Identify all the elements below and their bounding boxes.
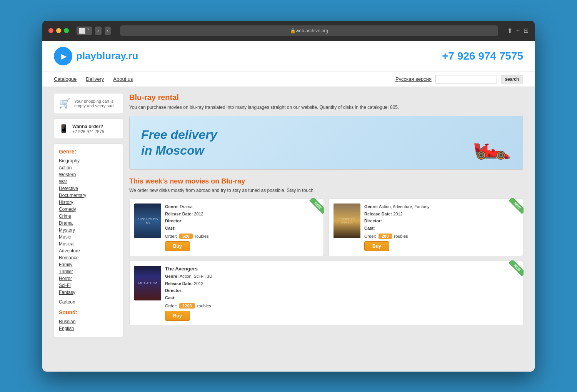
buy-button-2[interactable]: Buy [364, 241, 389, 251]
movie-genre-3: Genre: Action, Sci-Fi, 3D [165, 273, 518, 280]
order-label-1: Order: [165, 234, 177, 239]
nav-russian[interactable]: Русская версия [395, 76, 432, 82]
list-item: Family [59, 262, 118, 267]
banner-line2: in Moscow [141, 143, 217, 159]
list-item: Adventure [59, 248, 118, 254]
movie-cast-3: Cast: [165, 295, 518, 301]
genre-link-music[interactable]: Music [59, 234, 71, 240]
list-item: Mystery [59, 227, 118, 233]
maximize-dot[interactable] [64, 28, 69, 33]
genre-link-history[interactable]: History [59, 200, 73, 205]
phone-number: +7 926 974 7575 [442, 50, 523, 62]
minimize-dot[interactable] [56, 28, 61, 33]
browser-dots [48, 28, 69, 33]
logo-tld: .ru [125, 50, 138, 62]
genre-link-crime[interactable]: Crime [59, 214, 71, 219]
close-dot[interactable] [48, 28, 53, 33]
movie-info-1: Genre: Drama Release Date: 2012 Director… [165, 204, 319, 251]
banner-line1: Free delivery [141, 127, 217, 143]
car-illustration: 🏎️ [473, 125, 511, 161]
genre-link-western[interactable]: Western [59, 172, 76, 177]
genre-link-drama[interactable]: Drama [59, 220, 73, 226]
browser-right-controls: ⬆ + ⊞ [507, 27, 529, 34]
nav-about[interactable]: About us [113, 76, 133, 82]
site-nav: Catalogue Delivery About us Русская верс… [42, 72, 535, 87]
genre-link-biography[interactable]: Biography [59, 158, 80, 163]
genre-link-comedy[interactable]: Comedy [59, 207, 76, 212]
genre-link-fantasy[interactable]: Fantasy [59, 290, 75, 295]
sound-title: Sound: [59, 309, 118, 315]
list-item: War [59, 178, 118, 184]
buy-button-3[interactable]: Buy [165, 311, 190, 321]
list-item: Action [59, 165, 118, 170]
browser-window: ⬜ ˅ ‹ › 🔒 web.archive.org ⬆ + ⊞ playblur… [42, 21, 535, 372]
movie-card-1: 3 МЕТРА НА БА Genre: Drama Release Date:… [129, 199, 324, 256]
movie-genre-1: Genre: Drama [165, 204, 319, 210]
banner-text: Free delivery in Moscow [141, 127, 217, 159]
list-item: Fantasy [59, 289, 118, 295]
new-badge-3 [504, 260, 524, 280]
search-button[interactable]: search [501, 75, 523, 83]
buy-button-1[interactable]: Buy [165, 241, 190, 251]
sound-russian[interactable]: Russian [59, 319, 75, 324]
movie-cast-2: Cast: [364, 225, 518, 232]
list-item: Sci-Fi [59, 282, 118, 288]
content-area: Blu-ray rental You can purchase movies o… [129, 93, 523, 337]
list-item: Drama [59, 220, 118, 226]
genre-title: Genre: [59, 148, 118, 155]
new-badge-2 [504, 198, 524, 217]
list-item: Comedy [59, 206, 118, 212]
nav-catalogue[interactable]: Catalogue [54, 76, 77, 82]
promo-banner: Free delivery in Moscow 🏎️ [129, 116, 523, 170]
search-input[interactable] [435, 75, 497, 83]
website-content: playbluray.ru +7 926 974 7575 Catalogue … [42, 41, 535, 372]
list-item: Documentary [59, 192, 118, 198]
genre-link-musical[interactable]: Musical [59, 241, 75, 247]
genre-link-documentary[interactable]: Documentary [59, 193, 86, 198]
genre-link-war[interactable]: War [59, 179, 67, 184]
list-item: English [59, 325, 118, 331]
nav-forward-button[interactable]: › [105, 27, 111, 35]
order-row-1: Order: 520 roubles [165, 234, 319, 239]
roubles-1: roubles [195, 234, 209, 239]
movie-director-1: Director: [165, 218, 319, 224]
grid-icon[interactable]: ⊞ [524, 27, 529, 34]
wanna-order-link[interactable]: Wanna order? [72, 124, 103, 129]
genre-link-romance[interactable]: Romance [59, 255, 78, 260]
logo-icon [54, 47, 72, 65]
movie-director-3: Director: [165, 287, 518, 294]
main-layout: 🛒 Your shopping cart is empty and veery … [42, 87, 535, 344]
new-tab-icon[interactable]: + [516, 27, 520, 34]
nav-delivery[interactable]: Delivery [86, 76, 104, 82]
genre-link-thriller[interactable]: Thriller [59, 269, 73, 274]
site-header: playbluray.ru +7 926 974 7575 [42, 41, 535, 72]
genre-link-cartoon[interactable]: Cartoon [59, 299, 75, 305]
logo-text: playbluray.ru [76, 50, 138, 62]
list-item: Western [59, 172, 118, 177]
genre-box: Genre: Biography Action Western War Dete… [54, 143, 123, 337]
genre-link-adventure[interactable]: Adventure [59, 248, 80, 254]
genre-link-horror[interactable]: Horror [59, 276, 72, 281]
movie-date-3: Release Date: 2012 [165, 280, 518, 287]
genre-link-detective[interactable]: Detective [59, 186, 78, 191]
genre-link-scifi[interactable]: Sci-Fi [59, 283, 71, 288]
back-button[interactable]: ⬜ ˅ [77, 27, 92, 35]
sidebar: 🛒 Your shopping cart is empty and veery … [54, 93, 123, 337]
genre-link-action[interactable]: Action [59, 165, 72, 170]
url-bar[interactable]: 🔒 web.archive.org [120, 25, 498, 36]
movies-grid: 3 МЕТРА НА БА Genre: Drama Release Date:… [129, 199, 523, 256]
nav-back-button[interactable]: ‹ [95, 27, 102, 35]
sound-english[interactable]: English [59, 326, 74, 331]
share-icon[interactable]: ⬆ [507, 27, 512, 34]
cart-icon: 🛒 [59, 98, 70, 109]
movie-poster-3: МЕТИТЕЛИ [134, 266, 161, 300]
list-item: Crime [59, 213, 118, 219]
movie-date-1: Release Date: 2012 [165, 211, 319, 217]
genre-link-family[interactable]: Family [59, 262, 72, 267]
genre-link-mystery[interactable]: Mystery [59, 227, 75, 233]
new-badge-1 [305, 198, 324, 217]
movie-cast-1: Cast: [165, 225, 319, 232]
logo-brand: playbluray [76, 50, 125, 62]
movie-poster-1: 3 МЕТРА НА БА [134, 204, 161, 238]
movie-title-3[interactable]: The Avengers [165, 266, 198, 272]
